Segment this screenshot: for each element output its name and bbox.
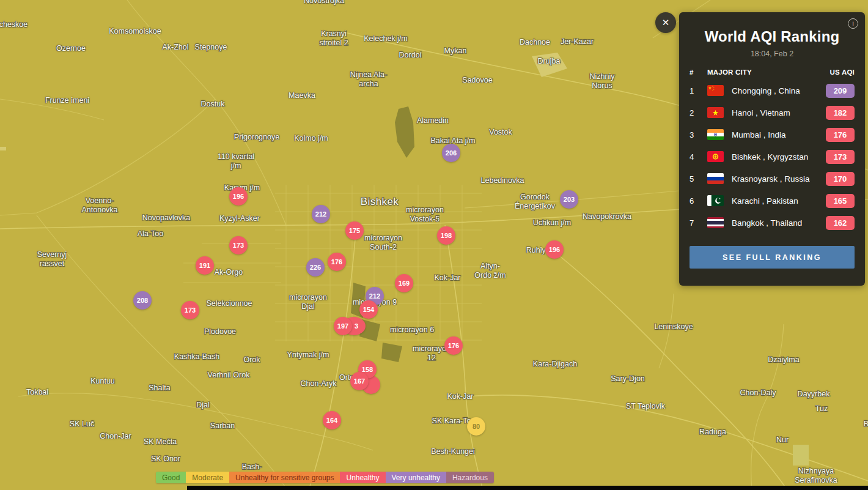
aqi-marker[interactable]: 167 — [350, 372, 369, 390]
ranking-row[interactable]: 4 Bishkek , Kyrgyzstan 173 — [679, 146, 865, 168]
aqi-marker[interactable]: 196 — [545, 240, 564, 259]
aqi-marker[interactable]: 169 — [395, 274, 413, 292]
aqi-marker[interactable]: 196 — [229, 187, 248, 206]
city-name: Hanoi , Vietnam — [732, 108, 826, 117]
city-name: Chongqing , China — [732, 86, 826, 95]
city-name: Krasnoyarsk , Russia — [732, 174, 826, 184]
rank-number: 5 — [690, 174, 707, 184]
legend-item: Very unhealthy — [386, 472, 446, 483]
aqi-badge: 182 — [826, 106, 855, 120]
close-panel-button[interactable]: ✕ — [655, 12, 676, 33]
ranking-rows: 1 Chongqing , China 209 2 Hanoi , Vietna… — [679, 80, 865, 234]
aqi-marker[interactable]: 175 — [345, 221, 364, 240]
legend-item: Unhealthy — [340, 472, 385, 483]
close-icon: ✕ — [662, 17, 670, 28]
panel-timestamp: 18:04, Feb 2 — [679, 50, 865, 58]
aqi-badge: 209 — [826, 84, 855, 98]
legend-item: Good — [156, 472, 186, 483]
legend-item: Hazardous — [446, 472, 494, 483]
bottom-bar — [187, 486, 868, 490]
aqi-marker[interactable]: 208 — [133, 291, 152, 310]
see-full-ranking-button[interactable]: SEE FULL RANKING — [690, 246, 855, 269]
aqi-marker[interactable]: 198 — [437, 226, 455, 245]
city-name: Mumbai , India — [732, 130, 826, 139]
aqi-marker[interactable]: 154 — [359, 300, 378, 319]
aqi-badge: 176 — [826, 128, 855, 142]
panel-title: World AQI Ranking — [679, 28, 865, 45]
kyrgyzstan-flag-icon — [707, 151, 724, 162]
ranking-column-headers: # MAJOR CITY US AQI — [679, 69, 865, 76]
ranking-row[interactable]: 2 Hanoi , Vietnam 182 — [679, 102, 865, 124]
column-city: MAJOR CITY — [707, 69, 830, 76]
rank-number: 7 — [690, 218, 707, 228]
aqi-marker[interactable]: 176 — [444, 336, 463, 355]
aqi-badge: 170 — [826, 172, 855, 186]
china-flag-icon — [707, 85, 724, 96]
aqi-marker[interactable]: 176 — [328, 253, 346, 271]
rank-number: 6 — [690, 196, 707, 206]
vietnam-flag-icon — [707, 107, 724, 118]
rank-number: 3 — [690, 130, 707, 139]
air-quality-map[interactable]: cheskoeKomsomolskoeOzernoeAk-ZholStepnoy… — [0, 0, 868, 490]
world-aqi-ranking-panel: i World AQI Ranking 18:04, Feb 2 # MAJOR… — [679, 12, 865, 286]
rank-number: 2 — [690, 108, 707, 117]
aqi-marker[interactable]: 212 — [312, 205, 330, 223]
city-name: Karachi , Pakistan — [732, 196, 826, 206]
legend-item: Moderate — [186, 472, 229, 483]
ranking-row[interactable]: 6 Karachi , Pakistan 165 — [679, 190, 865, 212]
column-aqi: US AQI — [830, 69, 855, 76]
city-name: Bangkok , Thailand — [732, 218, 826, 228]
ranking-row[interactable]: 1 Chongqing , China 209 — [679, 80, 865, 102]
aqi-marker[interactable]: 206 — [442, 144, 460, 162]
ranking-row[interactable]: 7 Bangkok , Thailand 162 — [679, 212, 865, 234]
city-name: Bishkek , Kyrgyzstan — [732, 152, 826, 161]
ranking-row[interactable]: 3 Mumbai , India 176 — [679, 124, 865, 146]
legend-item: Unhealthy for sensitive groups — [229, 472, 340, 483]
pakistan-flag-icon — [707, 195, 724, 206]
aqi-badge: 173 — [826, 150, 855, 164]
aqi-marker[interactable]: 173 — [181, 301, 199, 319]
russia-flag-icon — [707, 173, 724, 184]
aqi-badge: 165 — [826, 194, 855, 208]
india-flag-icon — [707, 129, 724, 140]
aqi-marker[interactable]: 197 — [334, 317, 352, 335]
thailand-flag-icon — [707, 217, 724, 228]
aqi-marker[interactable]: 164 — [323, 411, 341, 429]
info-icon[interactable]: i — [848, 18, 858, 29]
rank-number: 1 — [690, 86, 707, 95]
ranking-row[interactable]: 5 Krasnoyarsk , Russia 170 — [679, 168, 865, 190]
aqi-badge: 162 — [826, 216, 855, 230]
aqi-marker[interactable]: 191 — [196, 256, 214, 275]
column-rank: # — [690, 69, 707, 76]
aqi-marker[interactable]: 203 — [560, 190, 578, 209]
rank-number: 4 — [690, 152, 707, 161]
aqi-marker[interactable]: 226 — [306, 258, 325, 277]
aqi-legend: GoodModerateUnhealthy for sensitive grou… — [156, 472, 494, 483]
aqi-marker[interactable]: 173 — [229, 236, 248, 254]
aqi-marker[interactable]: 80 — [467, 417, 485, 436]
